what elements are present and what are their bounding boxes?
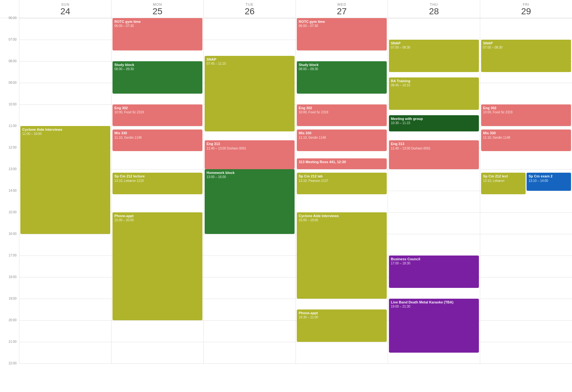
event-time: 11:00 – 16:00: [22, 132, 108, 136]
event-thu-4[interactable]: Business Council17:00 – 18:30: [389, 256, 479, 288]
event-mon-5[interactable]: Phone-appt15:00 – 20:00: [112, 212, 202, 320]
event-wed-6[interactable]: Cyclone Aide Interviews15:00 – 19:00: [297, 212, 387, 299]
event-title: Eng 313: [207, 142, 293, 146]
event-time: 11:10, Gerdin 1148: [114, 136, 201, 140]
event-fri-1[interactable]: Eng 30210:00, Food Sc 2319: [481, 104, 571, 126]
event-title: Sp Cm exam 2: [528, 174, 569, 178]
time-label-12:00: 12:00: [9, 146, 19, 149]
calendar-body: 06:0007:0008:0009:0010:0011:0012:0013:00…: [0, 18, 572, 392]
event-time: 06:00 – 07:30: [299, 24, 385, 28]
day-column-sun: Cyclone Aide Interviews11:00 – 16:00: [19, 18, 111, 363]
event-time: 08:00 – 09:30: [114, 67, 201, 71]
event-wed-0[interactable]: ROTC gym time06:00 – 07:30: [297, 18, 387, 50]
event-time: 13:10 – 14:00: [528, 179, 569, 183]
day-column-thu: SNAP07:00 – 08:30RA Training08:45 – 10:1…: [388, 18, 480, 363]
event-tue-1[interactable]: Eng 31311:40 – 13:00 Durham 0091: [205, 140, 295, 169]
event-time: 19:30 – 21:00: [299, 315, 385, 319]
event-time: 08:00 – 09:30: [299, 67, 385, 71]
event-time: 10:00, Food Sc 2319: [114, 110, 201, 114]
event-title: SNAP: [207, 57, 293, 62]
event-time: 15:00 – 19:00: [299, 218, 385, 222]
time-label-06:00: 06:00: [9, 16, 19, 20]
event-time: 10:00, Food Sc 2319: [483, 110, 569, 114]
time-label-08:00: 08:00: [9, 59, 19, 63]
time-label-13:00: 13:00: [9, 167, 19, 171]
event-title: Mis 330: [299, 131, 385, 135]
event-time: 08:45 – 10:15: [391, 83, 477, 87]
time-label-14:00: 14:00: [9, 189, 19, 192]
event-title: Study block: [114, 63, 201, 67]
event-fri-0[interactable]: SNAP07:00 – 08:30: [481, 40, 571, 72]
event-time: 10:30 – 11:15: [391, 121, 477, 125]
day-column-wed: ROTC gym time06:00 – 07:30Study block08:…: [296, 18, 388, 363]
event-title: Eng 302: [114, 106, 201, 110]
event-title: Phone-appt: [114, 214, 201, 218]
event-title: Eng 302: [299, 106, 385, 110]
event-time: 19:00 – 21:30: [391, 304, 477, 309]
event-time: 13:10, Lebaron 1210: [114, 179, 201, 183]
event-sun-0[interactable]: Cyclone Aide Interviews11:00 – 16:00: [20, 126, 110, 234]
event-thu-0[interactable]: SNAP07:00 – 08:30: [389, 40, 479, 72]
event-time: 13:00 – 16:00: [207, 175, 293, 179]
event-thu-1[interactable]: RA Training08:45 – 10:15: [389, 77, 479, 110]
event-title: Eng 302: [483, 106, 569, 110]
day-header-mon: MON25: [111, 0, 203, 18]
event-time: 11:10, Gerdin 1148: [299, 136, 385, 140]
time-label-09:00: 09:00: [9, 81, 19, 84]
event-time: 15:00 – 20:00: [114, 218, 201, 222]
day-header-tue: TUE26: [203, 0, 296, 18]
event-thu-2[interactable]: Meeting with group10:30 – 11:15: [389, 115, 479, 131]
event-time: 11:40 – 13:00 Durham 0091: [207, 146, 293, 150]
event-title: Meeting with group: [391, 116, 477, 121]
grid-area: Cyclone Aide Interviews11:00 – 16:00ROTC…: [19, 18, 572, 363]
event-time: 13:10, Pearson 2137: [299, 179, 385, 183]
event-mon-0[interactable]: ROTC gym time06:00 – 07:30: [112, 18, 202, 50]
time-label-22:00: 22:00: [9, 362, 19, 365]
event-wed-1[interactable]: Study block08:00 – 09:30: [297, 61, 387, 94]
day-headers: SUN24MON25TUE26WED27THU28FRI29: [19, 0, 572, 18]
event-wed-3[interactable]: Mis 33011:10, Gerdin 1148: [297, 130, 387, 151]
time-label-16:00: 16:00: [9, 232, 19, 236]
event-fri-2[interactable]: Mis 33011:10, Gerdin 1148: [481, 130, 571, 151]
event-wed-5[interactable]: Sp Cm 212 lab13:10, Pearson 2137: [297, 173, 387, 194]
event-tue-2[interactable]: Homework block13:00 – 16:00: [205, 169, 295, 234]
event-wed-7[interactable]: Phone-appt19:30 – 21:00: [297, 309, 387, 342]
event-title: ROTC gym time: [299, 19, 385, 24]
event-time: 13:10, Lebaron: [483, 179, 524, 183]
event-title: SNAP: [483, 41, 569, 45]
event-thu-3[interactable]: Eng 31311:40 – 13:00 Durham 0091: [389, 140, 479, 169]
event-title: Business Council: [391, 257, 477, 261]
event-mon-2[interactable]: Eng 30210:00, Food Sc 2319: [112, 104, 202, 126]
event-title: Live Band Death Metal Karaoke (TBA): [391, 300, 477, 304]
time-label-11:00: 11:00: [9, 124, 19, 128]
event-time: 17:00 – 18:30: [391, 261, 477, 265]
event-mon-1[interactable]: Study block08:00 – 09:30: [112, 61, 202, 94]
event-fri-3[interactable]: Sp Cm 212 lect13:10, Lebaron: [481, 173, 526, 194]
time-label-20:00: 20:00: [9, 318, 19, 322]
event-title: Sp Cm 212 lecture: [114, 174, 201, 178]
event-wed-4[interactable]: 313 Meeting Ross 441, 12:30: [297, 158, 387, 169]
event-title: SNAP: [391, 41, 477, 45]
event-time: 06:00 – 07:30: [114, 24, 201, 28]
day-header-fri: FRI29: [480, 0, 572, 18]
time-column: 06:0007:0008:0009:0010:0011:0012:0013:00…: [0, 18, 19, 363]
time-label-18:00: 18:00: [9, 275, 19, 279]
time-label-15:00: 15:00: [9, 210, 19, 214]
event-title: Cyclone Aide Interviews: [299, 214, 385, 218]
timezone-label: [0, 0, 19, 18]
event-fri-4[interactable]: Sp Cm exam 213:10 – 14:00: [527, 173, 571, 191]
event-mon-4[interactable]: Sp Cm 212 lecture13:10, Lebaron 1210: [112, 173, 202, 194]
event-mon-3[interactable]: Mis 33011:10, Gerdin 1148: [112, 130, 202, 151]
event-time: 07:00 – 08:30: [391, 45, 477, 50]
day-column-tue: SNAP07:45 – 11:15Eng 31311:40 – 13:00 Du…: [203, 18, 296, 363]
time-label-21:00: 21:00: [9, 340, 19, 343]
event-title: Homework block: [207, 170, 293, 175]
event-title: Sp Cm 212 lect: [483, 174, 524, 178]
event-thu-5[interactable]: Live Band Death Metal Karaoke (TBA)19:00…: [389, 299, 479, 353]
event-title: Mis 330: [483, 131, 569, 135]
event-title: Phone-appt: [299, 311, 385, 315]
day-header-sun: SUN24: [19, 0, 111, 18]
event-wed-2[interactable]: Eng 30210:00, Food Sc 2319: [297, 104, 387, 126]
event-title: Cyclone Aide Interviews: [22, 127, 108, 132]
event-tue-0[interactable]: SNAP07:45 – 11:15: [205, 56, 295, 131]
